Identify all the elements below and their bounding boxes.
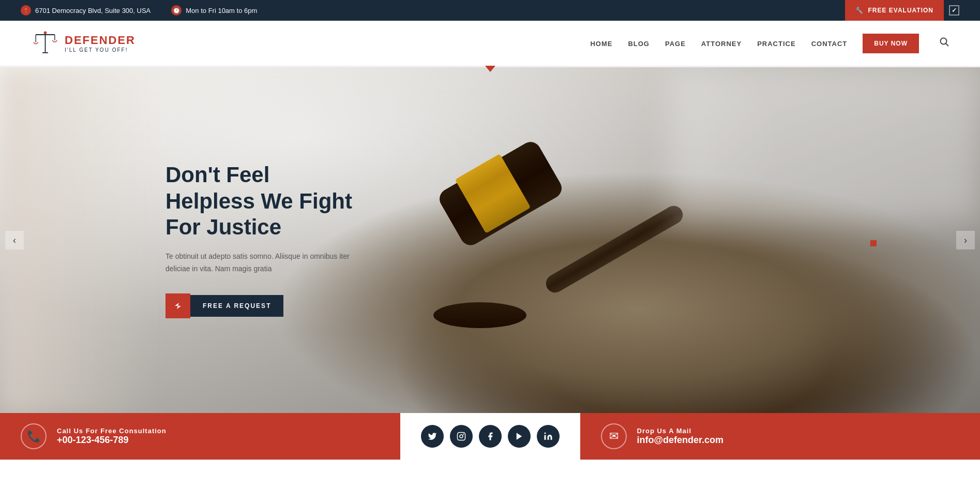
arrow-icon xyxy=(174,302,182,310)
gavel-illustration xyxy=(392,137,702,395)
top-bar-left: 📍 6701 Democracy Blvd, Suite 300, USA 🕐 … xyxy=(21,5,257,16)
top-bar-right: 🔧 FREE EVALUATION ✓ xyxy=(845,0,959,21)
facebook-icon xyxy=(486,432,495,441)
linkedin-social-link[interactable] xyxy=(537,425,560,448)
svg-point-2 xyxy=(44,32,47,35)
twitter-social-link[interactable] xyxy=(421,425,444,448)
hero-title: Don't Feel Helpless We Fight For Justice xyxy=(165,162,362,240)
nav-item-contact[interactable]: CONTACT xyxy=(811,39,848,48)
search-icon xyxy=(940,37,949,47)
nav-triangle xyxy=(0,66,980,72)
phone-text: Call Us For Free Consultation +00-123-45… xyxy=(57,427,167,446)
phone-icon: 📞 xyxy=(21,423,47,449)
address-text: 6701 Democracy Blvd, Suite 300, USA xyxy=(35,7,150,14)
logo-text: DEFENDER I'LL GET YOU OFF! xyxy=(65,34,135,53)
nav-item-attorney[interactable]: ATTORNEY xyxy=(701,39,742,48)
checkbox-icon: ✓ xyxy=(949,5,959,16)
location-icon: 📍 xyxy=(21,5,31,16)
phone-value: +00-123-456-789 xyxy=(57,435,167,446)
wrench-icon: 🔧 xyxy=(855,7,864,14)
svg-point-10 xyxy=(463,434,463,435)
email-text: Drop Us A Mail info@defender.com xyxy=(637,427,724,446)
twitter-icon xyxy=(428,432,437,441)
nav-item-search[interactable] xyxy=(934,37,949,49)
logo-subtitle: I'LL GET YOU OFF! xyxy=(65,47,135,53)
nav-item-practice[interactable]: PRACTICE xyxy=(757,39,795,48)
facebook-social-link[interactable] xyxy=(479,425,502,448)
hours-text: Mon to Fri 10am to 6pm xyxy=(186,7,257,14)
youtube-icon xyxy=(515,432,524,441)
red-dot-decoration xyxy=(870,240,877,246)
nav-links: HOME BLOG PAGE ATTORNEY PRACTICE CONTACT… xyxy=(590,34,949,53)
svg-point-9 xyxy=(460,435,463,438)
hours-item: 🕐 Mon to Fri 10am to 6pm xyxy=(171,5,257,16)
logo-title: DEFENDER xyxy=(65,34,135,47)
hero-cta-label[interactable]: FREE A REQUEST xyxy=(190,295,283,317)
linkedin-icon xyxy=(544,432,553,441)
top-bar: 📍 6701 Democracy Blvd, Suite 300, USA 🕐 … xyxy=(0,0,980,21)
instagram-social-link[interactable] xyxy=(450,425,473,448)
instagram-icon xyxy=(457,432,466,441)
nav-item-home[interactable]: HOME xyxy=(590,39,612,48)
bottom-phone-section: 📞 Call Us For Free Consultation +00-123-… xyxy=(0,413,400,460)
hero-section: ‹ › Don't Feel Helpless We Fight For Jus… xyxy=(0,67,980,413)
search-button[interactable] xyxy=(940,37,949,49)
svg-point-13 xyxy=(544,433,546,434)
gavel-base xyxy=(433,302,526,328)
clock-icon: 🕐 xyxy=(171,5,182,16)
slider-next-button[interactable]: › xyxy=(956,231,975,249)
email-icon: ✉ xyxy=(601,423,627,449)
nav-item-buy-now[interactable]: BUY NOW xyxy=(863,34,919,53)
nav-item-blog[interactable]: BLOG xyxy=(628,39,650,48)
email-value: info@defender.com xyxy=(637,435,724,446)
buy-now-button[interactable]: BUY NOW xyxy=(863,34,919,53)
free-evaluation-button[interactable]: 🔧 FREE EVALUATION xyxy=(845,0,944,21)
bottom-email-section: ✉ Drop Us A Mail info@defender.com xyxy=(580,413,981,460)
scales-icon xyxy=(31,29,59,57)
svg-marker-11 xyxy=(516,433,522,440)
svg-line-7 xyxy=(946,43,948,46)
hero-cta-icon xyxy=(165,293,190,318)
phone-label: Call Us For Free Consultation xyxy=(57,427,167,435)
svg-rect-12 xyxy=(544,435,546,440)
email-label: Drop Us A Mail xyxy=(637,427,724,435)
gavel-handle xyxy=(542,202,686,296)
nav-item-page[interactable]: PAGE xyxy=(665,39,686,48)
slider-prev-button[interactable]: ‹ xyxy=(5,231,24,249)
address-item: 📍 6701 Democracy Blvd, Suite 300, USA xyxy=(21,5,150,16)
svg-rect-8 xyxy=(457,433,465,440)
hero-blur-top xyxy=(670,67,980,223)
hero-description: Te obtinuit ut adepto satis somno. Aliis… xyxy=(165,250,362,275)
free-eval-label: FREE EVALUATION xyxy=(868,7,933,14)
hero-content: Don't Feel Helpless We Fight For Justice… xyxy=(0,162,362,318)
navbar: DEFENDER I'LL GET YOU OFF! HOME BLOG PAG… xyxy=(0,21,980,67)
logo[interactable]: DEFENDER I'LL GET YOU OFF! xyxy=(31,29,135,57)
check-mark: ✓ xyxy=(952,7,957,14)
youtube-social-link[interactable] xyxy=(508,425,531,448)
hero-cta-button[interactable]: FREE A REQUEST xyxy=(165,293,283,318)
svg-point-6 xyxy=(941,38,947,45)
social-icons-section xyxy=(400,413,580,460)
bottom-bar: 📞 Call Us For Free Consultation +00-123-… xyxy=(0,413,980,460)
